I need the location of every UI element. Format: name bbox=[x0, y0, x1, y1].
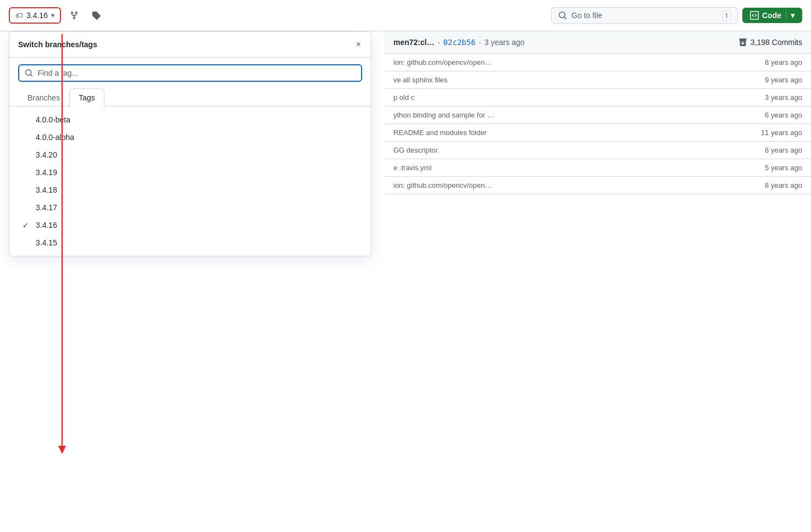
file-commit-message: GG descriptor. bbox=[393, 146, 747, 154]
code-button-label: Code bbox=[762, 11, 781, 20]
tag-search-input[interactable] bbox=[37, 69, 355, 77]
tag-check-indicator: ✓ bbox=[23, 221, 31, 229]
tags-icon-button[interactable] bbox=[87, 7, 105, 24]
file-commit-message: e .travis.yml bbox=[393, 164, 747, 172]
history-icon bbox=[738, 38, 747, 47]
file-row: ython binding and sample for …6 years ag… bbox=[385, 107, 811, 124]
commit-info: men72:cl… · 02c2b56 · 3 years ago bbox=[393, 38, 734, 47]
file-commit-message: ion: github.com/opencv/open… bbox=[393, 58, 747, 66]
branch-tag-tabs: Branches Tags bbox=[9, 88, 371, 107]
search-container bbox=[9, 58, 371, 88]
tag-list: 4.0.0-beta4.0.0-alpha3.4.203.4.193.4.183… bbox=[9, 107, 371, 256]
branch-tag-dropdown: Switch branches/tags × Branches Tags bbox=[9, 31, 371, 256]
tag-name-label: 3.4.19 bbox=[36, 168, 57, 177]
file-commit-message: p old c bbox=[393, 93, 747, 102]
file-commit-time: 8 years ago bbox=[747, 146, 802, 154]
file-row: GG descriptor.8 years ago bbox=[385, 142, 811, 159]
file-row: ion: github.com/opencv/open…8 years ago bbox=[385, 54, 811, 71]
tab-branches[interactable]: Branches bbox=[18, 88, 69, 107]
code-button-divider bbox=[786, 11, 786, 20]
tab-tags[interactable]: Tags bbox=[69, 88, 104, 107]
file-row: README and modules folder11 years ago bbox=[385, 124, 811, 142]
file-row: e .travis.yml5 years ago bbox=[385, 159, 811, 177]
tag-list-item[interactable]: 3.4.18 bbox=[9, 181, 371, 199]
file-commit-time: 6 years ago bbox=[747, 111, 802, 119]
code-dropdown-chevron: ▾ bbox=[791, 11, 795, 20]
tag-outline-icon bbox=[92, 11, 101, 20]
branches-icon-button[interactable] bbox=[65, 7, 83, 24]
commit-separator: · bbox=[438, 38, 440, 47]
main-content: men72:cl… · 02c2b56 · 3 years ago 3,198 … bbox=[0, 31, 811, 194]
tag-list-item[interactable]: 3.4.20 bbox=[9, 146, 371, 164]
tag-name-label: 4.0.0-beta bbox=[36, 115, 70, 124]
search-icon bbox=[558, 11, 567, 20]
commit-hash[interactable]: 02c2b56 bbox=[443, 38, 476, 47]
branch-label: 3.4.16 bbox=[26, 11, 48, 20]
chevron-down-icon: ▾ bbox=[51, 12, 54, 19]
tag-list-item[interactable]: 4.0.0-beta bbox=[9, 111, 371, 128]
toolbar: 🏷 3.4.16 ▾ Go to file t Cod bbox=[0, 0, 811, 31]
tag-list-item[interactable]: 3.4.15 bbox=[9, 234, 371, 251]
commits-count-container: 3,198 Commits bbox=[738, 38, 802, 47]
tag-name-label: 4.0.0-alpha bbox=[36, 133, 74, 142]
file-commit-time: 3 years ago bbox=[747, 93, 802, 102]
go-to-file-label: Go to file bbox=[571, 11, 602, 20]
file-commit-time: 8 years ago bbox=[747, 181, 802, 189]
file-commit-time: 8 years ago bbox=[747, 58, 802, 66]
git-branch-icon bbox=[70, 11, 79, 20]
tag-name-label: 3.4.16 bbox=[36, 221, 57, 229]
tag-list-item[interactable]: ✓3.4.16 bbox=[9, 216, 371, 234]
file-commit-message: ve all sphinx files bbox=[393, 76, 747, 84]
tag-list-item[interactable]: 3.4.19 bbox=[9, 164, 371, 181]
file-commit-message: README and modules folder bbox=[393, 128, 747, 137]
file-list-header: men72:cl… · 02c2b56 · 3 years ago 3,198 … bbox=[385, 31, 811, 54]
file-commit-message: ython binding and sample for … bbox=[393, 111, 747, 119]
dropdown-header: Switch branches/tags × bbox=[9, 32, 371, 58]
go-to-file-shortcut: t bbox=[723, 10, 731, 20]
file-row: ion: github.com/opencv/open…8 years ago bbox=[385, 177, 811, 194]
file-commit-time: 9 years ago bbox=[747, 76, 802, 84]
go-to-file-button[interactable]: Go to file t bbox=[551, 7, 738, 24]
file-row: ve all sphinx files9 years ago bbox=[385, 71, 811, 89]
commit-time: 3 years ago bbox=[485, 38, 525, 47]
tag-name-label: 3.4.15 bbox=[36, 238, 57, 247]
code-icon bbox=[750, 11, 759, 20]
file-row: p old c3 years ago bbox=[385, 89, 811, 107]
close-dropdown-button[interactable]: × bbox=[355, 38, 362, 51]
search-icon bbox=[25, 69, 33, 77]
file-list-panel: men72:cl… · 02c2b56 · 3 years ago 3,198 … bbox=[385, 31, 811, 194]
commits-count[interactable]: 3,198 Commits bbox=[751, 38, 802, 47]
file-commit-time: 11 years ago bbox=[747, 128, 802, 137]
page-container: 🏷 3.4.16 ▾ Go to file t Cod bbox=[0, 0, 811, 532]
svg-marker-1 bbox=[58, 446, 66, 454]
file-commit-message: ion: github.com/opencv/open… bbox=[393, 181, 747, 189]
commit-author: men72:cl… bbox=[393, 38, 435, 47]
tag-name-label: 3.4.17 bbox=[36, 203, 57, 212]
code-button[interactable]: Code ▾ bbox=[742, 8, 802, 23]
file-rows-container: ion: github.com/opencv/open…8 years agov… bbox=[385, 54, 811, 194]
dropdown-title: Switch branches/tags bbox=[18, 40, 97, 49]
tag-list-item[interactable]: 4.0.0-alpha bbox=[9, 128, 371, 146]
commit-dot: · bbox=[479, 38, 481, 47]
tag-name-label: 3.4.18 bbox=[36, 186, 57, 194]
search-input-wrapper bbox=[18, 64, 362, 82]
branch-selector-button[interactable]: 🏷 3.4.16 ▾ bbox=[9, 7, 61, 24]
tag-list-item[interactable]: 3.4.17 bbox=[9, 199, 371, 216]
tag-name-label: 3.4.20 bbox=[36, 150, 57, 159]
file-commit-time: 5 years ago bbox=[747, 164, 802, 172]
tag-icon: 🏷 bbox=[15, 11, 23, 20]
